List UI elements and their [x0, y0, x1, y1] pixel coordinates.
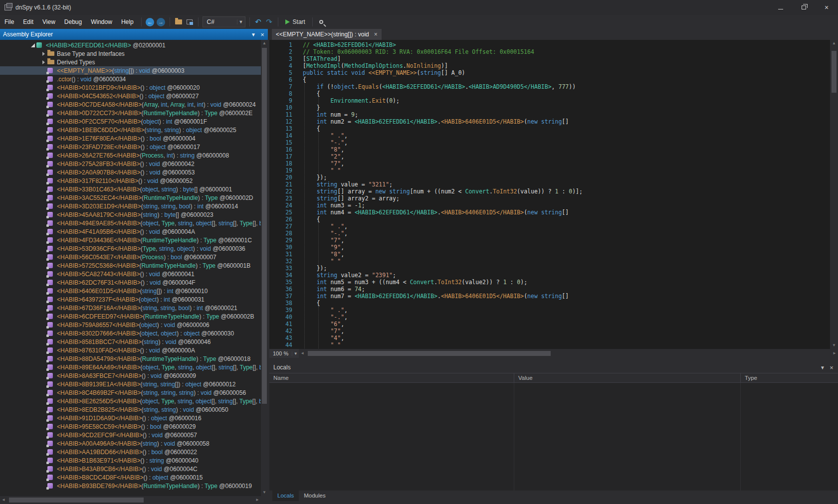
tree-item-method[interactable]: <HABIB>759A86557</HABIB>(object) : void …: [0, 321, 261, 329]
tree-item-method[interactable]: <HABIB>8C4B69B2F</HABIB>(string, string,…: [0, 388, 261, 397]
tree-item-method[interactable]: <HABIB>B8CDC4D8F</HABIB>() : object @060…: [0, 473, 261, 482]
menu-file[interactable]: File: [0, 15, 18, 29]
tree-item-method[interactable]: <HABIB>B1B63E971</HABIB>() : string @060…: [0, 456, 261, 465]
scrollbar-thumb[interactable]: [308, 351, 550, 356]
editor-horizontal-scrollbar[interactable]: ◄ ►: [299, 349, 838, 358]
tree-item-method[interactable]: .cctor() : void @06000034: [0, 75, 261, 83]
column-header-value[interactable]: Value: [514, 373, 741, 382]
assembly-tree[interactable]: <HABIB>62EFEDD61</HABIB> @02000001Base T…: [0, 40, 261, 496]
locals-panel-header[interactable]: Locals ▼ ×: [269, 362, 838, 373]
start-button[interactable]: Start: [281, 16, 309, 28]
tree-item-method[interactable]: <HABIB>8581BBCC7</HABIB>(string) : void …: [0, 337, 261, 346]
scroll-down-icon[interactable]: ▼: [261, 489, 268, 496]
tree-item-method[interactable]: <HABIB>275A28FB3</HABIB>() : void @06000…: [0, 160, 261, 168]
undo-icon[interactable]: ↶: [253, 16, 264, 27]
document-tab[interactable]: <<EMPTY_NAME>>(string[]) : void ×: [272, 29, 382, 40]
tree-item-method[interactable]: <HABIB>45AA8179C</HABIB>(string) : byte[…: [0, 210, 261, 219]
tree-item-method[interactable]: <HABIB>3AC552EC4</HABIB>(RuntimeTypeHand…: [0, 193, 261, 202]
tree-item-class[interactable]: <HABIB>62EFEDD61</HABIB> @02000001: [0, 41, 261, 49]
tree-item-method[interactable]: <HABIB>8302D7666</HABIB>(object, object)…: [0, 329, 261, 337]
tree-item-method[interactable]: <HABIB>876310FAD</HABIB>() : void @06000…: [0, 346, 261, 354]
scroll-right-icon[interactable]: ►: [831, 349, 838, 358]
redo-icon[interactable]: ↷: [264, 16, 275, 27]
tree-item-method[interactable]: <HABIB>8EDB2B825</HABIB>(string, string)…: [0, 405, 261, 414]
tree-item-method[interactable]: <HABIB>8A63FBCE7</HABIB>() : void @06000…: [0, 371, 261, 380]
tab-modules[interactable]: Modules: [299, 491, 330, 501]
close-panel-icon[interactable]: ×: [827, 364, 836, 371]
tree-item-method[interactable]: <HABIB>1E76F80EA</HABIB>() : bool @06000…: [0, 134, 261, 143]
tree-item-method[interactable]: <HABIB>B43AB9CB6</HABIB>() : void @06000…: [0, 465, 261, 473]
tree-item-method[interactable]: <HABIB>91D1D6A9D</HABIB>() : object @060…: [0, 414, 261, 422]
tree-item-method[interactable]: <HABIB>A00A496A9</HABIB>(string) : void …: [0, 439, 261, 448]
menu-help[interactable]: Help: [117, 15, 138, 29]
scroll-up-icon[interactable]: ▲: [830, 40, 838, 47]
tree-item-method[interactable]: <HABIB>88DA54798</HABIB>(RuntimeTypeHand…: [0, 354, 261, 363]
close-panel-icon[interactable]: ×: [258, 31, 267, 38]
menu-view[interactable]: View: [38, 15, 60, 29]
tree-item-method[interactable]: <HABIB>494E9AE85</HABIB>(object, Type, s…: [0, 219, 261, 227]
tree-item-method[interactable]: <HABIB>8B9139E1A</HABIB>(string, string[…: [0, 380, 261, 388]
tree-item-method[interactable]: <HABIB>6406E01D5</HABIB>(string[]) : int…: [0, 287, 261, 295]
language-select[interactable]: C# ▼: [203, 16, 245, 27]
zoom-select[interactable]: 100 % ▼: [269, 349, 299, 358]
tree-item-method[interactable]: <HABIB>64397237F</HABIB>(object) : int @…: [0, 295, 261, 304]
tree-item-method[interactable]: <HABIB>6CDFEED97</HABIB>(RuntimeTypeHand…: [0, 312, 261, 321]
scrollbar-thumb[interactable]: [9, 498, 144, 503]
scroll-right-icon[interactable]: ►: [254, 496, 261, 504]
menu-debug[interactable]: Debug: [60, 15, 86, 29]
tree-item-method[interactable]: <HABIB>4FD34436E</HABIB>(RuntimeTypeHand…: [0, 236, 261, 244]
expander-collapsed-icon[interactable]: [40, 60, 47, 64]
tree-item-method[interactable]: <HABIB>B93BDE769</HABIB>(RuntimeTypeHand…: [0, 482, 261, 490]
tree-item-method[interactable]: <HABIB>26A27E765</HABIB>(Process, int) :…: [0, 151, 261, 160]
minimize-button[interactable]: [769, 0, 792, 15]
tree-item-method[interactable]: <HABIB>0C7DE4A58</HABIB>(Array, int, Arr…: [0, 100, 261, 109]
tree-item-folder[interactable]: Base Type and Interfaces: [0, 49, 261, 58]
tree-item-method[interactable]: <HABIB>01021BFD9</HABIB>() : object @060…: [0, 83, 261, 92]
scrollbar-thumb[interactable]: [832, 51, 837, 93]
tree-vertical-scrollbar[interactable]: ▲ ▼: [261, 40, 268, 496]
scrollbar-thumb[interactable]: [262, 48, 267, 404]
tree-item-folder[interactable]: Derived Types: [0, 58, 261, 66]
tab-close-icon[interactable]: ×: [374, 31, 378, 38]
tree-item-method[interactable]: <HABIB>62DC76F31</HABIB>() : void @06000…: [0, 278, 261, 287]
tree-item-method[interactable]: <HABIB>5725C5368</HABIB>(RuntimeTypeHand…: [0, 261, 261, 270]
search-icon[interactable]: [316, 16, 327, 27]
code-area[interactable]: // <HABIB>62EFEDD61</HABIB>// Token: 0x0…: [299, 40, 830, 349]
panes-icon[interactable]: [184, 16, 195, 27]
tree-item-method[interactable]: <HABIB>23FAD728E</HABIB>() : object @060…: [0, 143, 261, 151]
menu-window[interactable]: Window: [86, 15, 117, 29]
menu-edit[interactable]: Edit: [18, 15, 38, 29]
open-file-icon[interactable]: [173, 16, 184, 27]
tree-item-method[interactable]: <HABIB>3D203E1D9</HABIB>(string, string,…: [0, 202, 261, 210]
scroll-up-icon[interactable]: ▲: [261, 40, 268, 47]
tree-item-method[interactable]: <HABIB>56C0543E7</HABIB>(Process) : bool…: [0, 253, 261, 261]
nav-forward-icon[interactable]: →: [156, 16, 167, 27]
tree-item-method[interactable]: <<EMPTY_NAME>>(string[]) : void @0600000…: [0, 66, 261, 75]
tree-horizontal-scrollbar[interactable]: ◄ ►: [0, 496, 268, 504]
column-header-type[interactable]: Type: [741, 373, 838, 382]
tree-item-method[interactable]: <HABIB>9CD2EFC9F</HABIB>() : void @06000…: [0, 431, 261, 439]
expander-collapsed-icon[interactable]: [40, 52, 47, 56]
scroll-left-icon[interactable]: ◄: [0, 496, 7, 504]
code-editor[interactable]: 1234567891011121314151617181920212223242…: [269, 40, 838, 349]
tree-item-method[interactable]: <HABIB>33B01C463</HABIB>(object, string)…: [0, 185, 261, 193]
nav-back-icon[interactable]: ←: [145, 16, 156, 27]
editor-vertical-scrollbar[interactable]: ▲ ▼: [830, 40, 838, 349]
scroll-down-icon[interactable]: ▼: [830, 342, 838, 349]
restore-button[interactable]: [792, 0, 815, 15]
tree-item-method[interactable]: <HABIB>0D722CC73</HABIB>(RuntimeTypeHand…: [0, 109, 261, 117]
column-header-name[interactable]: Name: [269, 373, 514, 382]
close-button[interactable]: ×: [815, 0, 838, 15]
tree-item-method[interactable]: <HABIB>67D36F16A</HABIB>(string, string,…: [0, 304, 261, 312]
locals-grid-body[interactable]: [269, 383, 838, 491]
tree-item-method[interactable]: <HABIB>4F41A95B6</HABIB>() : void @06000…: [0, 227, 261, 236]
tree-item-method[interactable]: <HABIB>5CA827443</HABIB>() : void @06000…: [0, 270, 261, 278]
assembly-explorer-header[interactable]: Assembly Explorer ▼ ×: [0, 29, 268, 40]
window-position-icon[interactable]: ▼: [818, 365, 827, 370]
tree-item-method[interactable]: <HABIB>2A0A907B8</HABIB>() : void @06000…: [0, 168, 261, 176]
tree-item-method[interactable]: <HABIB>1BEBC6DDD</HABIB>(string, string)…: [0, 126, 261, 134]
tree-item-method[interactable]: <HABIB>04C543652</HABIB>() : object @060…: [0, 92, 261, 100]
tree-item-method[interactable]: <HABIB>0F2CC5F70</HABIB>(object) : int @…: [0, 117, 261, 126]
tree-item-method[interactable]: <HABIB>53D936CF6</HABIB>(Type, string, o…: [0, 244, 261, 253]
tree-item-method[interactable]: <HABIB>95E58CC59</HABIB>() : bool @06000…: [0, 422, 261, 431]
